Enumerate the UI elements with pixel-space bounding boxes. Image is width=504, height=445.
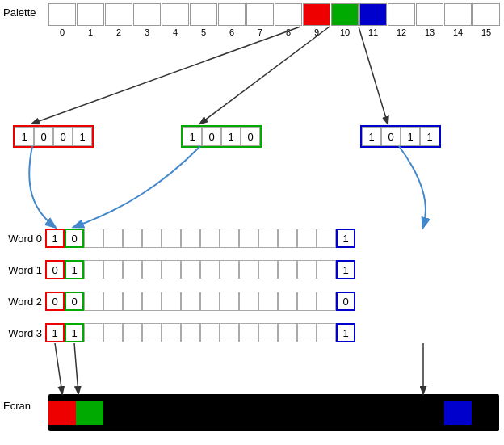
- word-2-cells: 0 0 0: [45, 292, 355, 311]
- word-2-row: Word 2 0 0 0: [0, 292, 355, 311]
- bit-green-0: 1: [183, 127, 202, 146]
- word-0-cell-12: [278, 229, 297, 248]
- word-3-cell-4: [123, 323, 142, 342]
- word-1-cell-6: [162, 260, 181, 279]
- word-2-cell-0: 0: [45, 292, 65, 311]
- palette-num-4: 4: [162, 27, 189, 37]
- palette-cell-3: [133, 3, 161, 26]
- word-2-cell-6: [162, 292, 181, 311]
- word-3-cell-10: [239, 323, 258, 342]
- palette-cell-7: [246, 3, 274, 26]
- word-2-cell-3: [103, 292, 123, 311]
- palette-cell-8: [275, 3, 302, 26]
- word-1-label: Word 1: [0, 264, 45, 276]
- palette-num-8: 8: [275, 27, 302, 37]
- bit-group-red: 1 0 0 1: [13, 125, 94, 148]
- word-1-cell-5: [142, 260, 162, 279]
- bit-blue-0: 1: [362, 127, 381, 146]
- palette-num-5: 5: [190, 27, 217, 37]
- word-1-cell-15: 1: [336, 260, 355, 279]
- word-1-cell-10: [239, 260, 258, 279]
- word-3-cell-7: [181, 323, 200, 342]
- ecran-bar: [48, 394, 499, 431]
- word-0-cell-11: [258, 229, 278, 248]
- word-2-cell-13: [297, 292, 317, 311]
- word-1-cell-13: [297, 260, 317, 279]
- word-0-cell-2: [84, 229, 103, 248]
- palette-num-2: 2: [105, 27, 132, 37]
- word-1-cell-2: [84, 260, 103, 279]
- word-0-cells: 1 0 1: [45, 229, 355, 248]
- palette-num-14: 14: [444, 27, 472, 37]
- palette-num-6: 6: [218, 27, 246, 37]
- svg-line-2: [32, 27, 300, 124]
- word-3-cell-1: 1: [65, 323, 84, 342]
- word-3-cell-11: [258, 323, 278, 342]
- palette-label: Palette: [3, 6, 36, 19]
- svg-line-5: [55, 343, 62, 393]
- word-0-cell-8: [200, 229, 220, 248]
- word-3-cell-15: 1: [336, 323, 355, 342]
- word-2-cell-10: [239, 292, 258, 311]
- word-0-cell-4: [123, 229, 142, 248]
- palette-cell-5: [190, 3, 217, 26]
- word-3-cell-6: [162, 323, 181, 342]
- word-0-cell-15: 1: [336, 229, 355, 248]
- word-3-row: Word 3 1 1 1: [0, 323, 355, 342]
- word-2-cell-14: [317, 292, 336, 311]
- palette-num-11: 11: [359, 27, 387, 37]
- word-3-cell-14: [317, 323, 336, 342]
- word-0-cell-6: [162, 229, 181, 248]
- palette-cell-1: [77, 3, 104, 26]
- diagram: Palette 0 1 2 3 4 5 6 7 8 9 10 11 12 13 …: [0, 0, 504, 445]
- word-2-cell-8: [200, 292, 220, 311]
- word-3-label: Word 3: [0, 327, 45, 339]
- palette-row: [48, 3, 500, 26]
- word-1-cell-0: 0: [45, 260, 65, 279]
- bit-blue-3: 1: [420, 127, 439, 146]
- word-2-cell-4: [123, 292, 142, 311]
- word-2-cell-2: [84, 292, 103, 311]
- word-2-label: Word 2: [0, 296, 45, 308]
- palette-cell-14: [444, 3, 472, 26]
- palette-cell-13: [416, 3, 443, 26]
- bit-green-1: 0: [202, 127, 221, 146]
- palette-cell-0: [48, 3, 76, 26]
- ecran-pixel-green: [76, 401, 103, 425]
- word-1-cell-8: [200, 260, 220, 279]
- word-0-cell-9: [220, 229, 239, 248]
- palette-num-10: 10: [331, 27, 359, 37]
- bit-red-0: 1: [15, 127, 34, 146]
- bit-red-1: 0: [34, 127, 53, 146]
- word-2-cell-11: [258, 292, 278, 311]
- word-0-cell-14: [317, 229, 336, 248]
- word-2-cell-5: [142, 292, 162, 311]
- ecran-label: Ecran: [3, 400, 31, 412]
- word-1-cell-14: [317, 260, 336, 279]
- word-3-cell-5: [142, 323, 162, 342]
- word-0-cell-7: [181, 229, 200, 248]
- svg-line-4: [359, 27, 388, 124]
- word-3-cell-9: [220, 323, 239, 342]
- word-0-label: Word 0: [0, 233, 45, 245]
- word-2-cell-12: [278, 292, 297, 311]
- palette-cell-12: [388, 3, 415, 26]
- word-1-row: Word 1 0 1 1: [0, 260, 355, 279]
- word-1-cell-3: [103, 260, 123, 279]
- word-3-cell-0: 1: [45, 323, 65, 342]
- bit-blue-1: 0: [381, 127, 401, 146]
- word-1-cell-12: [278, 260, 297, 279]
- word-0-row: Word 0 1 0 1: [0, 229, 355, 248]
- word-0-cell-13: [297, 229, 317, 248]
- word-3-cell-3: [103, 323, 123, 342]
- word-1-cell-4: [123, 260, 142, 279]
- word-1-cell-1: 1: [65, 260, 84, 279]
- word-1-cells: 0 1 1: [45, 260, 355, 279]
- palette-num-9: 9: [303, 27, 330, 37]
- palette-cell-10-green: [331, 3, 359, 26]
- word-2-cell-7: [181, 292, 200, 311]
- word-1-cell-9: [220, 260, 239, 279]
- bit-green-3: 0: [241, 127, 260, 146]
- arrows-overlay: [0, 0, 504, 445]
- palette-num-12: 12: [388, 27, 415, 37]
